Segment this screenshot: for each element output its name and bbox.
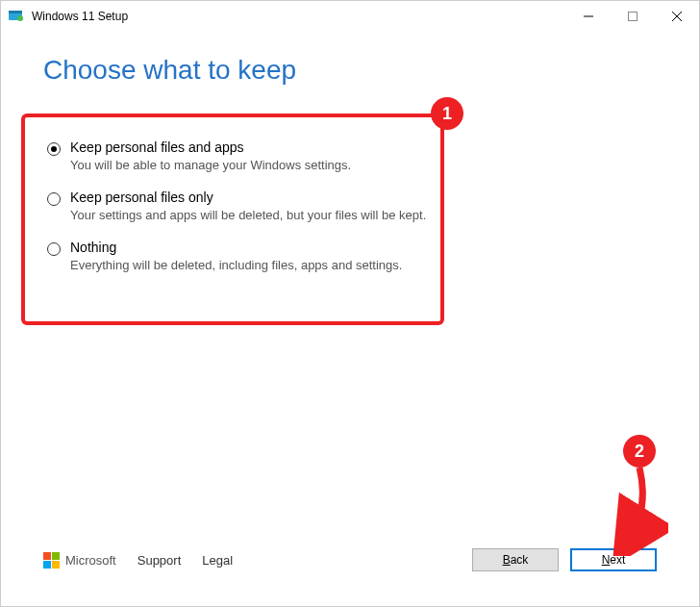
svg-point-2	[17, 15, 23, 21]
footer-left: Microsoft Support Legal	[43, 552, 233, 569]
minimize-button[interactable]	[566, 1, 611, 32]
legal-link[interactable]: Legal	[202, 553, 233, 568]
page-heading: Choose what to keep	[43, 55, 657, 86]
back-button[interactable]: Back	[472, 548, 559, 571]
window-title: Windows 11 Setup	[32, 10, 566, 23]
support-link[interactable]: Support	[138, 553, 182, 568]
radio-icon	[47, 142, 61, 156]
option-description: Your settings and apps will be deleted, …	[70, 208, 426, 222]
option-description: You will be able to manage your Windows …	[70, 158, 351, 172]
svg-rect-1	[9, 11, 22, 13]
maximize-button[interactable]	[611, 1, 655, 32]
svg-rect-4	[629, 13, 638, 21]
radio-icon	[47, 192, 61, 206]
option-description: Everything will be deleted, including fi…	[70, 258, 402, 272]
footer-buttons: Back Next	[472, 548, 657, 571]
radio-icon	[47, 242, 61, 256]
option-label: Keep personal files only	[70, 190, 426, 205]
option-nothing[interactable]: Nothing Everything will be deleted, incl…	[47, 240, 657, 272]
setup-window: Windows 11 Setup Choose what to keep Kee…	[0, 0, 700, 607]
option-label: Keep personal files and apps	[70, 139, 351, 155]
microsoft-logo-icon	[43, 552, 60, 569]
titlebar: Windows 11 Setup	[1, 1, 699, 32]
app-icon	[9, 9, 24, 24]
option-keep-files-apps[interactable]: Keep personal files and apps You will be…	[47, 139, 657, 172]
brand-label: Microsoft	[65, 553, 116, 568]
option-keep-files-only[interactable]: Keep personal files only Your settings a…	[47, 190, 657, 222]
option-label: Nothing	[70, 240, 402, 255]
close-button[interactable]	[655, 1, 699, 32]
microsoft-logo: Microsoft	[43, 552, 116, 569]
content-area: Choose what to keep Keep personal files …	[1, 32, 699, 529]
options-group: Keep personal files and apps You will be…	[47, 139, 657, 272]
window-buttons	[566, 1, 699, 32]
footer: Microsoft Support Legal Back Next	[1, 529, 699, 606]
next-button[interactable]: Next	[570, 548, 657, 571]
